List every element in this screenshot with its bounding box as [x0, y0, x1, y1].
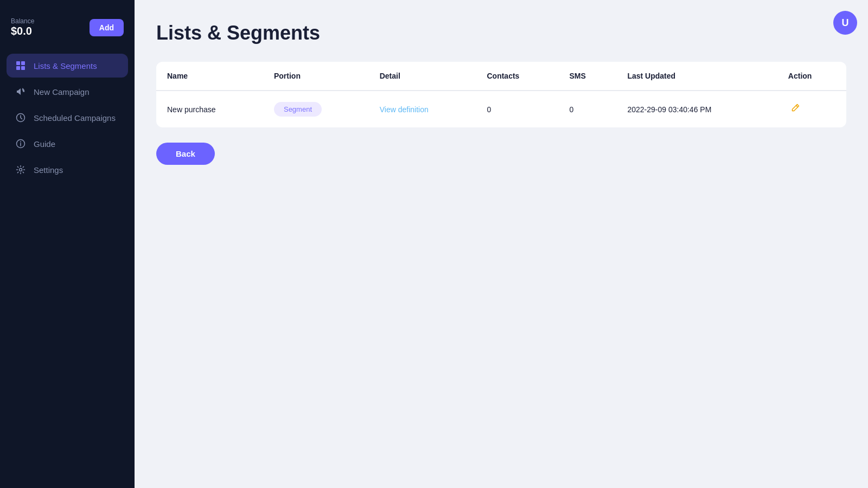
row-action — [777, 91, 846, 127]
info-icon — [15, 138, 26, 149]
balance-section: Balance $0.0 — [11, 17, 34, 37]
sidebar-item-settings[interactable]: Settings — [7, 158, 128, 182]
row-portion: Segment — [263, 91, 369, 127]
row-contacts: 0 — [476, 91, 558, 127]
table-icon — [15, 60, 26, 71]
sidebar-header: Balance $0.0 Add — [0, 11, 135, 48]
sidebar-item-scheduled-campaigns[interactable]: Scheduled Campaigns — [7, 106, 128, 130]
row-name: New purchase — [156, 91, 263, 127]
lists-segments-table-container: Name Portion Detail Contacts SMS Last Up… — [156, 62, 846, 127]
row-last-updated: 2022-29-09 03:40:46 PM — [616, 91, 777, 127]
sidebar-item-label: Guide — [34, 139, 55, 149]
top-bar: U — [833, 11, 857, 35]
lists-segments-table: Name Portion Detail Contacts SMS Last Up… — [156, 62, 846, 127]
svg-rect-1 — [21, 61, 25, 65]
col-portion: Portion — [263, 62, 369, 91]
page-title: Lists & Segments — [156, 22, 846, 44]
svg-point-7 — [20, 169, 22, 171]
main-content: U Lists & Segments Name Portion Detail C… — [135, 0, 868, 488]
sidebar-item-label: Settings — [34, 165, 63, 175]
segment-badge: Segment — [274, 102, 322, 117]
table-body: New purchase Segment View definition 0 0… — [156, 91, 846, 127]
clock-icon — [15, 112, 26, 123]
sidebar-item-label: Lists & Segments — [34, 61, 97, 70]
edit-button[interactable] — [788, 101, 802, 118]
view-definition-link[interactable]: View definition — [380, 105, 429, 114]
col-detail: Detail — [369, 62, 476, 91]
svg-rect-2 — [16, 66, 20, 70]
megaphone-icon — [15, 86, 26, 97]
balance-label: Balance — [11, 17, 34, 25]
svg-rect-3 — [21, 66, 25, 70]
sidebar-item-label: New Campaign — [34, 87, 90, 97]
col-action: Action — [777, 62, 846, 91]
col-sms: SMS — [558, 62, 616, 91]
row-sms: 0 — [558, 91, 616, 127]
row-detail: View definition — [369, 91, 476, 127]
add-balance-button[interactable]: Add — [90, 19, 124, 36]
sidebar-nav: Lists & Segments New Campaign Scheduled … — [0, 48, 135, 187]
col-name: Name — [156, 62, 263, 91]
sidebar-item-new-campaign[interactable]: New Campaign — [7, 80, 128, 104]
svg-point-6 — [20, 142, 21, 143]
sidebar-item-label: Scheduled Campaigns — [34, 113, 116, 123]
sidebar-item-guide[interactable]: Guide — [7, 132, 128, 156]
table-row: New purchase Segment View definition 0 0… — [156, 91, 846, 127]
avatar[interactable]: U — [833, 11, 857, 35]
svg-rect-0 — [16, 61, 20, 65]
sidebar: Balance $0.0 Add Lists & Segments — [0, 0, 135, 488]
balance-amount: $0.0 — [11, 25, 34, 37]
gear-icon — [15, 164, 26, 175]
col-contacts: Contacts — [476, 62, 558, 91]
col-last-updated: Last Updated — [616, 62, 777, 91]
sidebar-item-lists-segments[interactable]: Lists & Segments — [7, 54, 128, 78]
back-button[interactable]: Back — [156, 143, 215, 165]
table-header: Name Portion Detail Contacts SMS Last Up… — [156, 62, 846, 91]
